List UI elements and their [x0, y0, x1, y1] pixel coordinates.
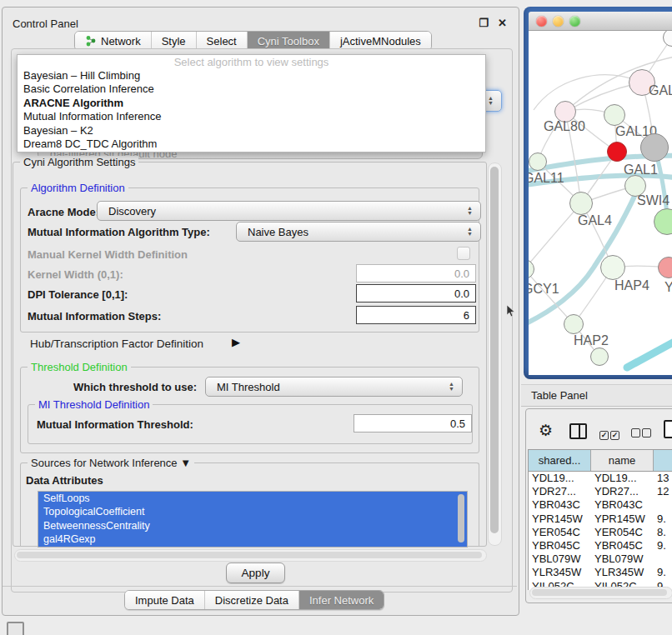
- table-row[interactable]: YBR043CYBR043C: [529, 498, 672, 512]
- popup-placeholder: Select algorithm to view settings: [18, 55, 485, 69]
- network-node[interactable]: [569, 192, 593, 215]
- node-label: GAL: [649, 83, 672, 98]
- algorithm-definition-title: Algorithm Definition: [28, 182, 128, 194]
- node-label: GAL11: [529, 171, 564, 186]
- stepper-icon: ▲▼: [449, 378, 454, 396]
- aracne-mode-label: Aracne Mode:: [28, 206, 99, 218]
- manual-kernel-checkbox[interactable]: [457, 247, 470, 260]
- node-label: HAP2: [574, 333, 609, 348]
- which-threshold-combo[interactable]: MI Threshold ▲▼: [205, 377, 463, 397]
- tab-select[interactable]: Select: [197, 32, 248, 50]
- settings-hscrollbar-thumb[interactable]: [17, 552, 482, 558]
- close-traffic-light-icon[interactable]: [536, 16, 547, 27]
- sources-group: Sources for Network Inference ▼ Data Att…: [20, 462, 479, 546]
- network-node[interactable]: [640, 133, 669, 162]
- cyni-algorithm-settings-group: Cyni Algorithm Settings Algorithm Defini…: [13, 162, 487, 547]
- table-row[interactable]: YDR27...YDR27...12: [529, 485, 672, 498]
- table-row[interactable]: YBL079WYBL079W: [529, 552, 672, 566]
- dpi-tolerance-label: DPI Tolerance [0,1]:: [28, 288, 128, 301]
- popup-item[interactable]: Basic Correlation Inference: [18, 82, 485, 96]
- close-window-icon[interactable]: ✕: [498, 17, 507, 29]
- tab-style[interactable]: Style: [152, 32, 197, 50]
- popup-item[interactable]: Mutual Information Inference: [18, 110, 485, 123]
- network-window-titlebar[interactable]: [529, 12, 672, 31]
- list-scrollbar[interactable]: [458, 494, 464, 542]
- control-panel-title: Control Panel: [13, 18, 78, 30]
- stepper-icon: ▲▼: [467, 202, 473, 220]
- mi-threshold-field[interactable]: 0.5: [354, 414, 472, 432]
- sources-title: Sources for Network Inference ▼: [28, 457, 194, 469]
- network-node[interactable]: [564, 314, 584, 334]
- list-item[interactable]: SelfLoops: [38, 492, 467, 505]
- node-label: SWI4: [637, 193, 669, 208]
- list-item[interactable]: BetweennessCentrality: [38, 519, 467, 532]
- table-row[interactable]: YLR345WYLR345W9.: [529, 566, 672, 579]
- tab-discretize-data[interactable]: Discretize Data: [205, 591, 299, 609]
- list-item[interactable]: gal4RGexp: [38, 532, 467, 546]
- collapse-arrow-icon[interactable]: ▼: [180, 457, 191, 469]
- network-view-window: GAL GAL80 GAL10 GAL1 GAL11 SWI4 GAL4 GCY…: [524, 7, 672, 379]
- tab-network[interactable]: Network: [75, 32, 152, 50]
- collapse-panel-button[interactable]: [7, 622, 24, 635]
- new-table-icon[interactable]: [664, 420, 672, 438]
- table-hscrollbar-thumb[interactable]: [532, 589, 667, 596]
- table-row[interactable]: YBR045CYBR045C9.: [529, 539, 672, 552]
- select-all-checkboxes-icon[interactable]: ✓✓: [599, 426, 621, 441]
- algorithm-definition-group: Algorithm Definition Aracne Mode: Discov…: [20, 188, 479, 332]
- deselect-all-checkboxes-icon[interactable]: [631, 426, 653, 441]
- tab-infer-network[interactable]: Infer Network: [299, 591, 384, 609]
- network-icon: [85, 35, 97, 47]
- zoom-traffic-light-icon[interactable]: [569, 16, 580, 27]
- list-item[interactable]: TopologicalCoefficient: [38, 505, 467, 518]
- mi-steps-field[interactable]: 6: [356, 306, 476, 324]
- expand-arrow-icon[interactable]: ▶: [232, 336, 240, 348]
- node-label: Y: [664, 280, 672, 295]
- minimize-traffic-light-icon[interactable]: [553, 16, 564, 27]
- network-node[interactable]: [529, 152, 547, 171]
- control-panel-window: Control Panel ❐ ✕ Network Style Select C…: [2, 7, 519, 616]
- node-label: HAP4: [614, 278, 649, 293]
- network-node-selected[interactable]: [607, 142, 627, 162]
- kernel-width-field[interactable]: 0.0: [356, 264, 476, 282]
- columns-icon[interactable]: [569, 423, 587, 439]
- mouse-cursor: [506, 305, 515, 318]
- settings-hscrollbar-track[interactable]: [14, 549, 487, 562]
- threshold-definition-title: Threshold Definition: [28, 361, 131, 373]
- node-label: GAL4: [578, 213, 612, 228]
- network-node[interactable]: [604, 104, 625, 126]
- tab-cyni-toolbox[interactable]: Cyni Toolbox: [248, 32, 330, 50]
- popup-item[interactable]: Dream8 DC_TDC Algorithm: [18, 138, 485, 151]
- node-label: GAL80: [544, 119, 585, 134]
- node-label: GCY1: [529, 282, 559, 297]
- float-window-icon[interactable]: ❐: [479, 17, 489, 29]
- aracne-mode-combo[interactable]: Discovery ▲▼: [97, 201, 481, 221]
- column-header-partial[interactable]: [654, 450, 672, 471]
- stepper-icon: ▲▼: [467, 222, 473, 241]
- network-node[interactable]: [600, 255, 625, 280]
- mi-type-combo[interactable]: Naive Bayes ▲▼: [236, 222, 481, 242]
- gear-icon[interactable]: ⚙: [539, 421, 553, 440]
- settings-scrollbar-track[interactable]: [488, 162, 502, 546]
- tab-jactivemnodules[interactable]: jActiveMNodules: [330, 32, 431, 50]
- settings-scrollbar-thumb[interactable]: [490, 167, 499, 533]
- mi-steps-label: Mutual Information Steps:: [28, 310, 161, 322]
- table-row[interactable]: YER054CYER054C8.: [529, 526, 672, 539]
- network-canvas[interactable]: GAL GAL80 GAL10 GAL1 GAL11 SWI4 GAL4 GCY…: [529, 31, 672, 375]
- popup-item[interactable]: Bayesian – Hill Climbing: [18, 69, 485, 82]
- table-hscrollbar-track[interactable]: [529, 587, 672, 599]
- settings-group-title: Cyni Algorithm Settings: [20, 156, 138, 168]
- column-header-shared-name[interactable]: shared...: [529, 450, 591, 471]
- popup-item[interactable]: Bayesian – K2: [18, 124, 485, 138]
- kernel-width-label: Kernel Width (0,1):: [28, 268, 123, 281]
- table-row[interactable]: YDL19...YDL19...13: [529, 472, 672, 485]
- node-label: GAL1: [624, 162, 658, 178]
- mi-threshold-definition-group: MI Threshold Definition Mutual Informati…: [28, 404, 473, 444]
- column-header-name[interactable]: name: [591, 450, 654, 471]
- dpi-tolerance-field[interactable]: 0.0: [356, 284, 476, 302]
- popup-item-selected[interactable]: ARACNE Algorithm: [18, 97, 485, 110]
- table-row[interactable]: YPR145WYPR145W9.: [529, 512, 672, 526]
- network-node[interactable]: [590, 348, 609, 366]
- tab-impute-data[interactable]: Impute Data: [125, 591, 205, 609]
- mi-threshold-label: Mutual Information Threshold:: [37, 418, 193, 431]
- apply-button[interactable]: Apply: [226, 562, 285, 583]
